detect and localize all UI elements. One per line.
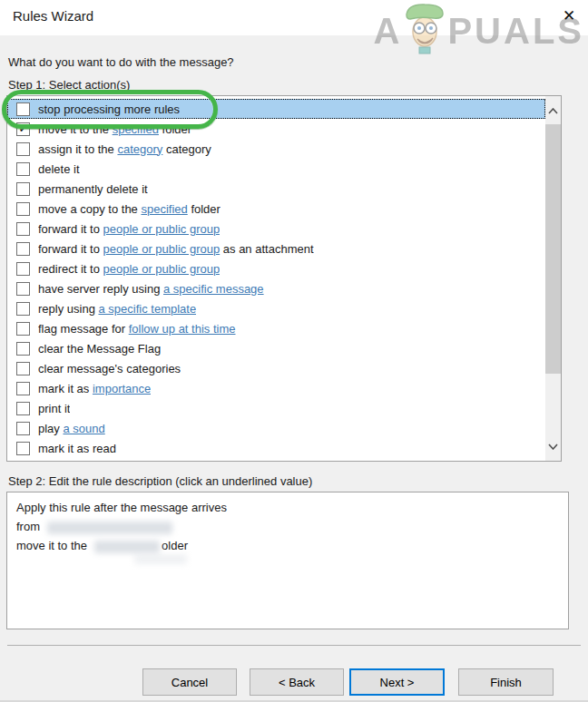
action-link[interactable]: people or public group <box>103 222 220 236</box>
back-button[interactable]: < Back <box>250 668 344 696</box>
checkbox[interactable] <box>16 302 30 316</box>
list-item-label: clear message's categories <box>38 362 181 375</box>
rule-description-line: Apply this rule after the message arrive… <box>16 498 568 517</box>
redacted-text <box>134 554 187 564</box>
dialog-question: What do you want to do with the message? <box>8 55 234 69</box>
rule-description-box[interactable]: Apply this rule after the message arrive… <box>6 492 569 629</box>
button-divider <box>7 645 581 646</box>
checkbox[interactable] <box>16 182 30 196</box>
scrollbar-thumb[interactable] <box>545 124 561 374</box>
list-item-label: permanently delete it <box>38 182 148 196</box>
action-link[interactable]: importance <box>93 382 151 395</box>
action-link[interactable]: specified <box>141 202 187 216</box>
list-item-label: mark it as read <box>38 442 116 455</box>
action-link[interactable]: people or public group <box>103 242 220 256</box>
list-item-label: print it <box>38 402 70 415</box>
list-item-label: redirect it to people or public group <box>38 262 220 276</box>
rule-description-line: from <box>16 517 568 536</box>
checkbox[interactable] <box>16 382 30 395</box>
action-link[interactable]: follow up at this time <box>129 322 236 336</box>
action-link[interactable]: category <box>117 142 162 156</box>
redacted-text <box>47 522 172 534</box>
list-item[interactable]: print it <box>7 398 545 418</box>
list-item-label: mark it as importance <box>38 382 151 395</box>
list-item[interactable]: have server reply using a specific messa… <box>7 278 545 298</box>
checkbox[interactable] <box>16 442 30 455</box>
checkbox[interactable] <box>16 242 30 256</box>
list-item[interactable]: delete it <box>7 159 545 179</box>
checkbox[interactable] <box>16 422 30 435</box>
list-item-label: play a sound <box>38 422 105 435</box>
window-title: Rules Wizard <box>13 8 93 24</box>
action-link[interactable]: people or public group <box>103 262 220 276</box>
scroll-down-icon[interactable] <box>545 434 561 459</box>
action-link[interactable]: a specific message <box>163 282 264 296</box>
list-item[interactable]: flag message for follow up at this time <box>7 318 545 338</box>
list-item[interactable]: mark it as read <box>7 438 545 458</box>
list-item-label: forward it to people or public group <box>38 222 220 236</box>
checkbox[interactable] <box>16 222 30 236</box>
list-item[interactable]: play a sound <box>7 418 545 438</box>
finish-button[interactable]: Finish <box>458 668 554 696</box>
checkbox[interactable] <box>16 202 30 216</box>
checkbox[interactable] <box>16 262 30 276</box>
checkbox[interactable] <box>16 322 30 336</box>
title-bar: Rules Wizard <box>0 0 588 35</box>
list-item-label: clear the Message Flag <box>38 342 161 356</box>
actions-listbox: stop processing more rules✓move it to th… <box>6 95 562 462</box>
list-item[interactable]: mark it as importance <box>7 378 545 398</box>
list-item-label: reply using a specific template <box>38 302 196 316</box>
action-link[interactable]: a specific template <box>98 302 196 316</box>
action-link[interactable]: a sound <box>63 422 104 435</box>
list-item[interactable]: permanently delete it <box>7 179 545 199</box>
scroll-up-icon[interactable] <box>545 98 561 123</box>
action-list: stop processing more rules✓move it to th… <box>7 99 545 458</box>
list-item-label: have server reply using a specific messa… <box>38 282 264 296</box>
cancel-button[interactable]: Cancel <box>142 668 237 696</box>
list-item[interactable]: move a copy to the specified folder <box>7 199 545 219</box>
checkbox[interactable] <box>16 402 30 415</box>
checkbox[interactable] <box>16 282 30 296</box>
list-item[interactable]: clear the Message Flag <box>7 338 545 358</box>
list-item[interactable]: redirect it to people or public group <box>7 258 545 278</box>
highlight-annotation <box>2 90 218 129</box>
list-item-label: flag message for follow up at this time <box>38 322 236 336</box>
checkbox[interactable] <box>16 342 30 356</box>
rule-description-line: move it to theolder <box>16 536 568 555</box>
list-item[interactable]: clear message's categories <box>7 358 545 378</box>
list-item-label: assign it to the category category <box>38 142 211 156</box>
checkbox[interactable] <box>16 162 30 176</box>
list-item[interactable]: forward it to people or public group <box>7 219 545 239</box>
list-item-label: move a copy to the specified folder <box>38 202 220 216</box>
list-item-label: forward it to people or public group as … <box>38 242 314 256</box>
step2-label: Step 2: Edit the rule description (click… <box>8 474 312 488</box>
list-item[interactable]: forward it to people or public group as … <box>7 239 545 258</box>
checkbox[interactable] <box>16 142 30 156</box>
rules-wizard-dialog: Rules Wizard ✕ A PUALS What do you want … <box>0 0 588 702</box>
list-item[interactable]: reply using a specific template <box>7 298 545 318</box>
close-icon[interactable]: ✕ <box>557 5 581 28</box>
list-item-label: delete it <box>38 162 80 176</box>
list-item[interactable]: assign it to the category category <box>7 139 545 159</box>
vertical-scrollbar[interactable] <box>545 96 561 461</box>
checkbox[interactable] <box>16 362 30 375</box>
redacted-text <box>94 541 160 553</box>
next-button[interactable]: Next > <box>349 668 445 696</box>
